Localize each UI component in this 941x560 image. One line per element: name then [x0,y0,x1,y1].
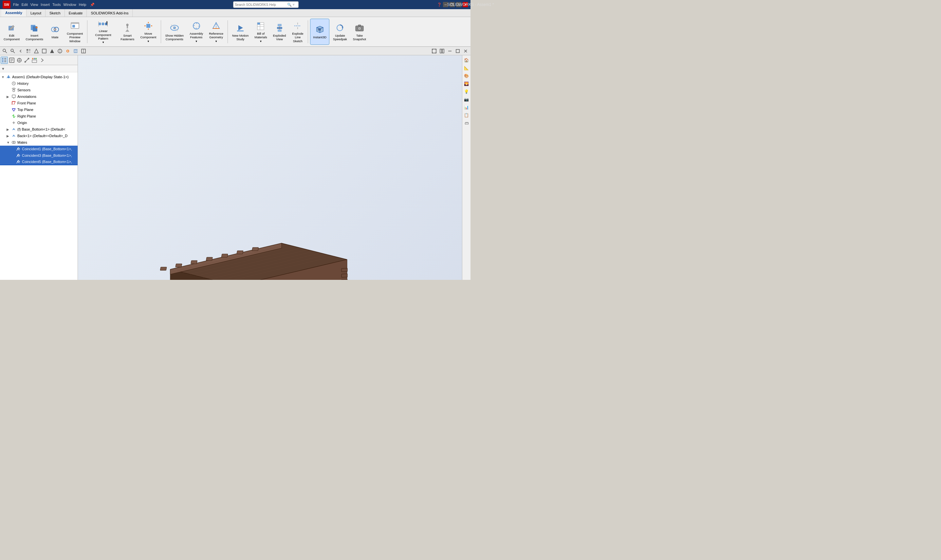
component-preview-btn[interactable]: ComponentPreviewWindow [65,18,85,45]
ft-origin[interactable]: Origin [0,120,78,126]
ft-right-plane[interactable]: Right Plane [0,113,78,120]
hide-show-icon[interactable] [41,48,48,55]
tab-assembly[interactable]: Assembly [1,9,26,17]
linear-component-pattern-btn[interactable]: Linear ComponentPattern ▼ [89,18,117,45]
move-component-btn[interactable]: MoveComponent ▼ [138,18,159,45]
rp-scene[interactable]: 🌄 [463,80,470,88]
display-manager-tab[interactable] [31,57,38,64]
split-view-icon[interactable] [438,48,446,55]
search-dropdown-icon[interactable]: ▼ [292,3,295,6]
menu-insert[interactable]: Insert [41,3,50,6]
rp-orient[interactable]: 📐 [463,65,470,72]
component-preview-icon [70,21,80,31]
svg-text:3D: 3D [317,28,321,31]
fit-window-icon[interactable] [431,48,438,55]
rp-cameras[interactable]: 📷 [463,96,470,103]
ft-front-plane[interactable]: Front Plane [0,100,78,106]
menu-help[interactable]: Help [79,3,86,6]
rp-display[interactable]: 📊 [463,104,470,111]
reference-dropdown-icon[interactable]: ▼ [215,40,217,43]
previous-view-icon[interactable] [17,48,24,55]
root-expander[interactable]: ▼ [1,75,6,79]
tab-solidworks-addins[interactable]: SOLIDWORKS Add-Ins [87,9,132,17]
feature-manager-tab[interactable] [1,57,8,64]
realview-icon[interactable]: RV [72,48,79,55]
tab-evaluate[interactable]: Evaluate [65,9,87,17]
search-input[interactable] [235,3,287,6]
display-style-icon[interactable] [33,48,40,55]
rp-home[interactable]: 🏠 [463,57,470,64]
assembly-features-btn[interactable]: AssemblyFeatures ▼ [187,18,205,45]
dim-xpert-manager-tab[interactable] [23,57,31,64]
render-icon[interactable] [64,48,71,55]
update-speedpak-btn[interactable]: UpdateSpeedpak [331,18,350,45]
edit-component-btn[interactable]: EditComponent [1,18,22,45]
view-orientation-icon[interactable] [25,48,32,55]
bom-dropdown-icon[interactable]: ▼ [260,40,262,43]
edit-appearance-icon[interactable] [48,48,55,55]
reference-geometry-btn[interactable]: ReferenceGeometry ▼ [206,18,226,45]
ft-mates[interactable]: ▼ Mates [0,139,78,146]
bill-of-materials-btn[interactable]: Bill ofMaterials ▼ [252,18,270,45]
close-viewport-icon[interactable] [462,48,469,55]
menu-edit[interactable]: Edit [22,3,28,6]
zoom-fit-icon[interactable] [1,48,9,55]
search-bar[interactable]: 🔍 ▼ [233,1,299,8]
origin-expander [6,121,11,125]
tab-layout[interactable]: Layout [26,9,46,17]
annotations-expander[interactable]: ▶ [6,95,11,98]
assembly-features-dropdown-icon[interactable]: ▼ [195,40,198,43]
zoom-area-icon[interactable]: + [9,48,16,55]
move-dropdown-icon[interactable]: ▼ [147,40,149,43]
base-bottom-expander[interactable]: ▶ [6,128,11,131]
ft-history[interactable]: History [0,80,78,87]
svg-rect-7 [72,25,75,28]
display-pane-icon[interactable] [80,48,87,55]
rp-3dmodel[interactable]: 🗃 [463,120,470,127]
exploded-view-btn[interactable]: ExplodedView [271,18,288,45]
back-expander[interactable]: ▶ [6,134,11,138]
ft-root[interactable]: ▼ Assem1 (Default<Display State-1>) [0,74,78,80]
menu-window[interactable]: Window [63,3,76,6]
explode-line-sketch-btn[interactable]: ExplodeLineSketch [290,18,306,45]
ft-coincident5[interactable]: Coincident5 (Base_Bottom<1>, [0,159,78,165]
menu-view[interactable]: View [31,3,38,6]
viewport[interactable]: Y X Z [78,55,462,280]
update-speedpak-icon [335,23,345,33]
section-view-icon[interactable] [56,48,63,55]
ft-sensors[interactable]: Sensors [0,87,78,93]
ft-annotations[interactable]: ▶ Annotations [0,93,78,100]
window-title: SOLIDWORKS - Assem1 * [447,2,470,7]
ft-top-plane[interactable]: Top Plane [0,106,78,113]
rp-table[interactable]: 📋 [463,112,470,119]
instant3d-btn[interactable]: 3D Instant3D [310,18,330,45]
instant3d-icon: 3D [315,24,325,35]
ft-coincident1[interactable]: Coincident1 (Base_Bottom<1>, [0,146,78,152]
ft-base-bottom[interactable]: ▶ (f) Base_Bottom<1> (Default< [0,126,78,132]
take-snapshot-btn[interactable]: TakeSnapshot [351,18,368,45]
ft-back[interactable]: ▶ Back<1> (Default<<Default>_D [0,132,78,139]
exploded-view-label: ExplodedView [273,34,286,41]
max-icon-secondary[interactable] [454,48,461,55]
coincident1-label: Coincident1 (Base_Bottom<1>, [22,147,72,151]
insert-components-btn[interactable]: InsertComponents [23,18,46,45]
linear-pattern-dropdown-icon[interactable]: ▼ [102,41,105,44]
show-hidden-components-btn[interactable]: Show HiddenComponents [163,18,186,45]
menu-file[interactable]: File [13,3,19,6]
insert-components-icon [29,23,40,33]
tab-sketch[interactable]: Sketch [46,9,65,17]
menu-tools[interactable]: Tools [52,3,61,6]
mates-expander[interactable]: ▼ [6,141,11,144]
rp-lights[interactable]: 💡 [463,88,470,95]
mate-btn[interactable]: Mate [47,18,63,45]
expand-tree-btn[interactable] [38,57,46,64]
ft-coincident3[interactable]: Coincident3 (Base_Bottom<1>, [0,152,78,159]
min-icon-secondary[interactable] [446,48,453,55]
rp-appearance[interactable]: 🎨 [463,72,470,80]
svg-rect-8 [99,23,101,25]
linear-component-pattern-icon [98,19,108,28]
property-manager-tab[interactable] [8,57,15,64]
smart-fasteners-btn[interactable]: SmartFasteners [118,18,137,45]
configuration-manager-tab[interactable] [16,57,23,64]
new-motion-study-btn[interactable]: New MotionStudy [230,18,251,45]
